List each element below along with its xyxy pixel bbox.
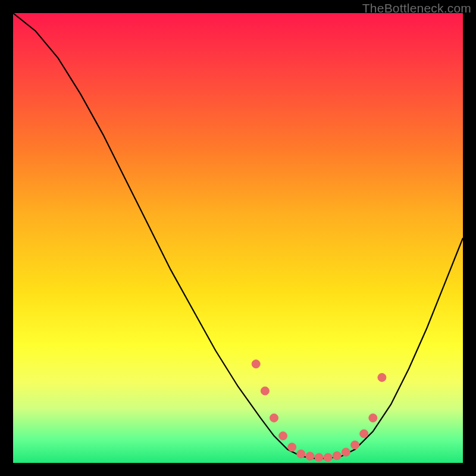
highlight-dot — [252, 360, 260, 368]
highlight-dot — [369, 414, 377, 422]
highlight-dot — [360, 430, 368, 438]
chart-plot-area — [13, 13, 463, 463]
bottleneck-curve — [13, 13, 463, 458]
highlight-dot — [315, 453, 323, 462]
highlight-dot — [297, 450, 305, 458]
highlight-dot — [378, 373, 386, 381]
watermark-text: TheBottleneck.com — [362, 1, 471, 15]
highlight-dot — [333, 452, 341, 460]
highlight-dot — [261, 387, 269, 395]
highlight-dot — [279, 432, 287, 440]
bottleneck-chart-svg — [13, 13, 463, 463]
highlight-dot — [306, 452, 314, 461]
highlight-dots-group — [252, 360, 386, 462]
highlight-dot — [324, 453, 332, 462]
highlight-dot — [288, 443, 296, 452]
highlight-dot — [270, 414, 278, 422]
highlight-dot — [351, 441, 359, 449]
highlight-dot — [342, 448, 350, 456]
